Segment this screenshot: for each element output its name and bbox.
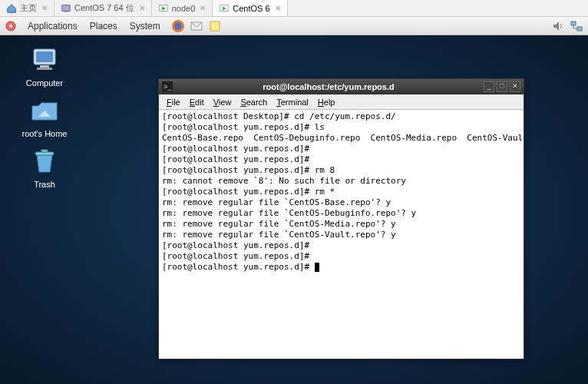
terminal-menubar: FileEditViewSearchTerminalHelp (159, 94, 524, 110)
network-icon[interactable] (570, 19, 583, 33)
trash-icon (29, 146, 60, 177)
minimize-button[interactable]: _ (484, 81, 494, 92)
menu-applications[interactable]: Applications (21, 21, 84, 31)
svg-text:>_: >_ (164, 83, 172, 91)
desktop-icon-computer[interactable]: Computer (14, 45, 75, 88)
terminal-menu-edit[interactable]: Edit (185, 98, 209, 107)
host-tab-centos7[interactable]: CentOS 7 64 位 ✕ (55, 0, 152, 16)
window-title: root@localhost:/etc/yum.repos.d (176, 82, 481, 91)
svg-rect-13 (577, 27, 582, 31)
terminal-icon: >_ (162, 81, 173, 92)
host-tab-bar: 主页 ✕ CentOS 7 64 位 ✕ node0 ✕ CentOS 6 ✕ (0, 0, 588, 17)
svg-rect-16 (40, 65, 49, 68)
vm-icon (61, 3, 71, 14)
menu-places[interactable]: Places (84, 21, 124, 31)
terminal-body[interactable]: [root@localhost Desktop]# cd /etc/yum.re… (159, 110, 524, 359)
host-tab-label: CentOS 6 (233, 4, 269, 13)
computer-icon (29, 45, 60, 75)
host-tab-label: node0 (172, 4, 196, 13)
close-icon[interactable]: ✕ (275, 4, 281, 12)
host-tab-label: CentOS 7 64 位 (74, 2, 134, 14)
start-icon[interactable] (5, 20, 17, 32)
svg-rect-17 (37, 68, 52, 70)
host-tab-node0[interactable]: node0 ✕ (152, 0, 213, 16)
host-tab-home[interactable]: 主页 ✕ (0, 0, 55, 16)
terminal-menu-search[interactable]: Search (236, 98, 272, 107)
note-icon[interactable] (208, 19, 222, 33)
home-folder-icon (29, 95, 60, 126)
gnome-panel: Applications Places System (0, 17, 588, 35)
svg-rect-19 (41, 150, 48, 152)
desktop-icon-label: Computer (14, 78, 75, 88)
vm-running-icon (219, 3, 230, 14)
svg-rect-11 (210, 22, 220, 31)
desktop-icon-trash[interactable]: Trash (14, 146, 75, 189)
terminal-menu-help[interactable]: Help (313, 98, 340, 107)
svg-rect-0 (62, 5, 71, 11)
svg-point-7 (9, 25, 12, 28)
desktop[interactable]: Computer root's Home Trash >_ root@local… (0, 35, 588, 384)
svg-rect-18 (35, 152, 54, 155)
terminal-menu-view[interactable]: View (209, 98, 236, 107)
svg-point-9 (174, 22, 182, 30)
svg-rect-1 (64, 11, 68, 12)
svg-rect-12 (571, 22, 576, 25)
close-icon[interactable]: ✕ (41, 4, 48, 12)
window-titlebar[interactable]: >_ root@localhost:/etc/yum.repos.d _ □ ✕ (159, 79, 524, 94)
terminal-menu-terminal[interactable]: Terminal (272, 98, 313, 107)
desktop-icon-label: Trash (14, 180, 75, 189)
desktop-icon-home[interactable]: root's Home (14, 95, 75, 138)
close-icon[interactable]: ✕ (139, 4, 145, 12)
svg-rect-15 (36, 51, 53, 62)
vm-running-icon (158, 3, 169, 14)
host-tab-label: 主页 (20, 2, 37, 14)
desktop-icon-label: root's Home (14, 129, 75, 138)
host-tab-centos6[interactable]: CentOS 6 ✕ (213, 0, 287, 16)
volume-icon[interactable] (551, 19, 565, 33)
maximize-button[interactable]: □ (497, 81, 507, 92)
terminal-cursor (315, 263, 319, 272)
close-button[interactable]: ✕ (510, 81, 520, 92)
menu-system[interactable]: System (124, 21, 167, 31)
home-icon (6, 3, 17, 14)
firefox-icon[interactable] (171, 19, 185, 33)
close-icon[interactable]: ✕ (200, 4, 206, 12)
terminal-menu-file[interactable]: File (162, 98, 185, 107)
mail-icon[interactable] (190, 19, 203, 33)
terminal-window: >_ root@localhost:/etc/yum.repos.d _ □ ✕… (158, 78, 524, 359)
